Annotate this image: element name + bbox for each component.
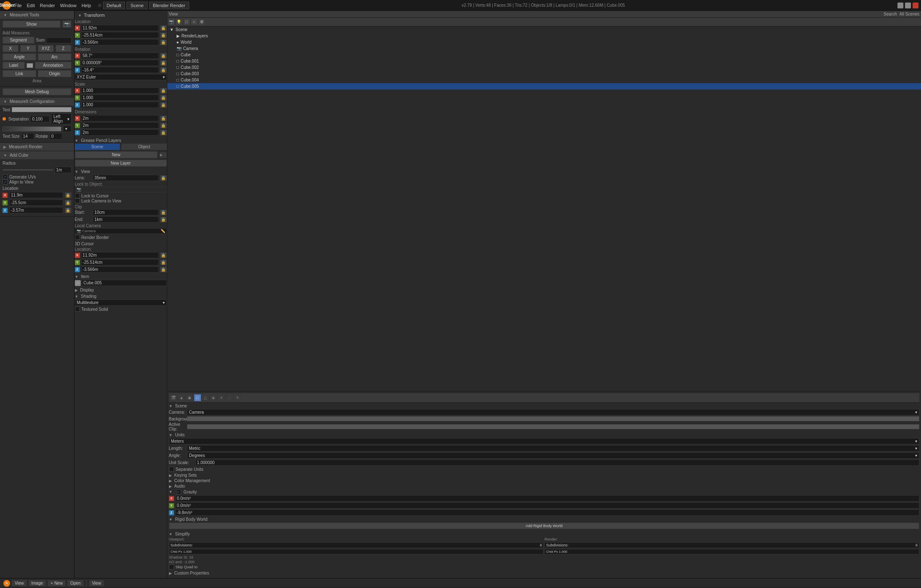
- radius-slider[interactable]: [3, 169, 53, 171]
- outliner-search-label[interactable]: Search: [884, 12, 897, 16]
- outliner-item-cube004[interactable]: □ Cube.004: [167, 77, 921, 83]
- measureit-tools-header[interactable]: ▼ MeasureIt Tools: [0, 11, 74, 19]
- scene-selector[interactable]: Scene: [127, 2, 147, 9]
- dim-y-btn[interactable]: Y: [75, 123, 80, 128]
- gp-object-btn[interactable]: Object: [121, 144, 167, 150]
- loc-z-lock[interactable]: 🔒: [65, 207, 71, 213]
- gravity-z-btn[interactable]: Z: [169, 510, 174, 515]
- clip-swatch[interactable]: [187, 424, 919, 429]
- scene-prop-icon[interactable]: ▲: [178, 394, 185, 402]
- scale-z-arrow[interactable]: 🔒: [160, 102, 167, 108]
- scale-y-btn[interactable]: Y: [75, 95, 80, 100]
- menu-file[interactable]: File: [14, 3, 22, 8]
- mesh-debug-button[interactable]: Mesh Debug: [3, 88, 71, 95]
- scale-x-arrow[interactable]: 🔒: [160, 88, 167, 94]
- loc-y-field[interactable]: -25.5cm: [9, 200, 63, 206]
- loc-x-btn[interactable]: X: [75, 26, 80, 31]
- gp-scene-btn[interactable]: Scene: [75, 144, 120, 150]
- engine-selector[interactable]: Blender Render: [149, 2, 189, 9]
- dim-y-val[interactable]: 2m: [81, 122, 159, 129]
- gravity-y-val[interactable]: 0.0m/s²: [175, 502, 919, 509]
- radius-field[interactable]: 1m: [55, 167, 71, 173]
- menu-help[interactable]: Help: [82, 3, 91, 8]
- outliner-item-cube002[interactable]: □ Cube.002: [167, 64, 921, 71]
- gravity-x-val[interactable]: 0.0m/s²: [175, 495, 919, 501]
- loc-x-val[interactable]: 11.92m: [81, 25, 159, 31]
- rot-z-val[interactable]: -16.4°: [81, 67, 159, 73]
- camera-prop-dropdown[interactable]: Camera ▾: [187, 409, 919, 415]
- texture-prop-icon[interactable]: ≡: [218, 394, 225, 402]
- cursor-x-btn[interactable]: X: [75, 253, 80, 258]
- render-lights-icon[interactable]: 💡: [176, 18, 182, 25]
- layout-selector[interactable]: Default: [103, 2, 125, 9]
- gravity-checkbox[interactable]: ✓: [176, 489, 181, 494]
- outliner-item-renderlayers[interactable]: ▶ RenderLayers: [167, 33, 921, 39]
- cursor-z-btn[interactable]: Z: [75, 267, 80, 272]
- outliner-item-world[interactable]: ● World: [167, 39, 921, 45]
- clip-start-val[interactable]: 10cm: [93, 209, 159, 215]
- render-settings-icon[interactable]: ⚙: [198, 18, 205, 25]
- text-size-field[interactable]: 14: [21, 133, 34, 139]
- outliner-item-cube[interactable]: □ Cube: [167, 52, 921, 58]
- align-dropdown[interactable]: Left Align ▾: [51, 113, 71, 124]
- scale-z-val[interactable]: 1.000: [81, 102, 159, 108]
- add-rigid-body-btn[interactable]: Add Rigid Body World: [169, 522, 919, 529]
- loc-x-lock[interactable]: 🔒: [65, 192, 71, 198]
- render-cameras-icon[interactable]: 📷: [168, 18, 175, 25]
- menu-edit[interactable]: Edit: [27, 3, 35, 8]
- y-axis-btn[interactable]: Y: [20, 45, 36, 52]
- clip-start-lock[interactable]: 🔒: [160, 210, 167, 215]
- units-dropdown[interactable]: Meters ▾: [169, 438, 919, 444]
- cursor-x-val[interactable]: 11.92m: [81, 252, 159, 258]
- loc-y-val[interactable]: -25.514cm: [81, 32, 159, 38]
- loc-y-lock[interactable]: 🔒: [65, 200, 71, 206]
- arc-button[interactable]: Arc: [38, 53, 71, 60]
- child-fx-rnd-val[interactable]: Chld Px 1.000: [544, 549, 919, 554]
- slider-bar[interactable]: [3, 126, 61, 131]
- gravity-x-btn[interactable]: X: [169, 496, 174, 501]
- loc-z-btn[interactable]: Z: [75, 40, 80, 45]
- subdivisions-rnd-val[interactable]: Subdivisions:6: [544, 542, 919, 548]
- measureit-config-header[interactable]: ▼ MeasureIt Configuration: [0, 97, 74, 105]
- rot-y-btn[interactable]: Y: [75, 60, 80, 66]
- unit-scale-val[interactable]: 1.000000: [195, 459, 919, 466]
- render-prop-icon[interactable]: 🎬: [170, 394, 177, 402]
- measureit-render-header[interactable]: ▶ MeasureIt Render: [0, 143, 74, 151]
- origin-button[interactable]: Origin: [38, 70, 71, 77]
- rot-z-arrow[interactable]: 🔒: [160, 67, 167, 73]
- show-button[interactable]: Show: [3, 21, 61, 28]
- scale-x-btn[interactable]: X: [75, 88, 80, 93]
- angle-button[interactable]: Angle: [3, 53, 36, 60]
- scale-z-btn[interactable]: Z: [75, 102, 80, 108]
- skip-quad-checkbox[interactable]: [169, 564, 174, 570]
- scale-x-val[interactable]: 1.000: [81, 87, 159, 94]
- loc-z-arrow[interactable]: 🔒: [160, 39, 167, 45]
- rot-x-val[interactable]: 58.7°: [81, 52, 159, 59]
- menu-window[interactable]: Window: [60, 3, 77, 8]
- gp-new-layer-btn[interactable]: New Layer: [75, 160, 167, 167]
- menu-render[interactable]: Render: [40, 3, 55, 8]
- bottom-view2-btn[interactable]: View: [89, 580, 104, 586]
- cursor-y-btn[interactable]: Y: [75, 260, 80, 265]
- loc-z-val[interactable]: -3.566m: [81, 39, 159, 45]
- rotate-field[interactable]: 0: [50, 133, 62, 139]
- textured-solid-checkbox[interactable]: [75, 307, 80, 312]
- gp-new-btn[interactable]: New: [75, 151, 158, 158]
- bg-color-swatch[interactable]: [187, 416, 919, 421]
- length-dropdown[interactable]: Metric ▾: [187, 445, 919, 452]
- render-curve-icon[interactable]: ○: [191, 18, 198, 25]
- close-button[interactable]: [913, 3, 918, 8]
- generate-uvs-checkbox[interactable]: ✓: [3, 174, 8, 179]
- camera-field[interactable]: 📷: [75, 186, 167, 192]
- separation-field[interactable]: 0.100: [30, 116, 50, 122]
- subdivisions-vp-val[interactable]: Subdivisions:6: [169, 542, 544, 548]
- align-to-view-checkbox[interactable]: ✓: [3, 179, 8, 184]
- bottom-image-btn[interactable]: Image: [29, 580, 46, 586]
- rot-y-val[interactable]: 0.000009°: [81, 60, 159, 66]
- loc-z-field[interactable]: -3.57m: [9, 207, 63, 213]
- camera-icon-btn[interactable]: 📷: [62, 21, 71, 28]
- separate-units-checkbox[interactable]: [169, 467, 174, 472]
- text-color-swatch[interactable]: [12, 107, 71, 112]
- cursor-y-lock[interactable]: 🔒: [160, 260, 167, 265]
- bottom-new-btn[interactable]: + New: [48, 580, 66, 586]
